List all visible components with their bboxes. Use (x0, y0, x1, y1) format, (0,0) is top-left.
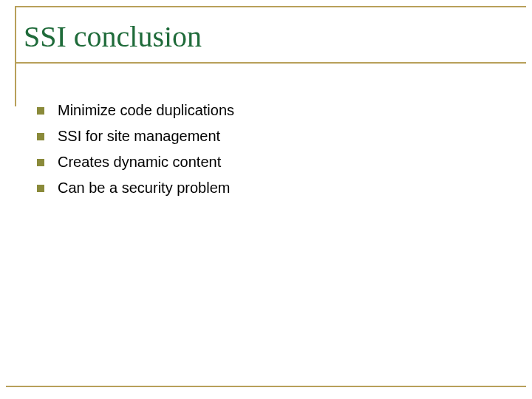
bullet-label: Can be a security problem (58, 178, 230, 198)
slide-bottom-border (6, 386, 526, 387)
square-bullet-icon (37, 185, 44, 192)
title-top-border (15, 6, 526, 7)
square-bullet-icon (37, 159, 44, 166)
list-item: Minimize code duplications (37, 100, 504, 120)
bullet-label: SSI for site management (58, 126, 220, 146)
bullet-label: Minimize code duplications (58, 100, 234, 120)
square-bullet-icon (37, 133, 44, 140)
slide-frame: SSI conclusion Minimize code duplication… (6, 6, 526, 393)
square-bullet-icon (37, 107, 44, 115)
title-underline (15, 62, 526, 64)
list-item: Can be a security problem (37, 178, 504, 198)
list-item: SSI for site management (37, 126, 504, 146)
content-area: Minimize code duplications SSI for site … (37, 100, 504, 204)
bullet-label: Creates dynamic content (58, 152, 221, 172)
slide-title: SSI conclusion (24, 19, 202, 54)
title-left-border (15, 6, 16, 64)
list-item: Creates dynamic content (37, 152, 504, 172)
title-region: SSI conclusion (6, 6, 526, 64)
